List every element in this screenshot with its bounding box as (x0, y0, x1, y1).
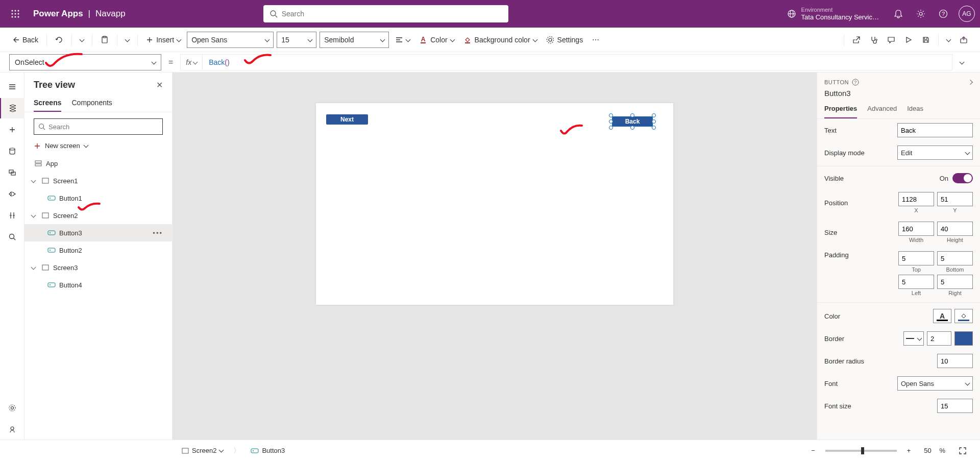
save-button[interactable] (919, 34, 933, 46)
zoom-in-button[interactable]: + (904, 445, 914, 456)
tools-rail-icon[interactable] (0, 205, 24, 226)
font-size-value: 15 (281, 36, 289, 44)
chevron-right-icon[interactable] (968, 81, 974, 84)
data-rail-icon[interactable] (0, 141, 24, 161)
stethoscope-icon (870, 36, 878, 44)
font-size-select[interactable]: 15 (277, 32, 316, 48)
y-sublabel: Y (937, 207, 973, 213)
back-button[interactable]: Back (9, 34, 41, 46)
environment-picker[interactable]: Environment Tata Consultancy Servic… (787, 7, 879, 21)
publish-icon (960, 36, 968, 44)
components-tab[interactable]: Components (71, 94, 112, 112)
app-launcher-icon[interactable] (5, 4, 26, 24)
settings-rail-icon[interactable] (0, 398, 24, 418)
tree-view-icon[interactable] (0, 98, 24, 118)
position-x-input[interactable] (898, 192, 934, 206)
more-options-button[interactable]: ••• (153, 229, 163, 237)
ai-rail-icon[interactable] (0, 419, 24, 440)
paste-button[interactable] (97, 34, 112, 46)
bg-color-button[interactable]: Background color (460, 34, 540, 46)
share-button[interactable] (849, 34, 864, 46)
help-icon[interactable]: ? (933, 4, 953, 24)
chevron-down-icon[interactable] (32, 264, 38, 272)
undo-dropdown[interactable] (77, 34, 87, 46)
fit-screen-button[interactable] (955, 445, 970, 457)
search-input[interactable] (282, 10, 502, 18)
user-avatar[interactable]: AG (959, 6, 975, 22)
fill-color-swatch[interactable] (954, 309, 973, 323)
screens-tab[interactable]: Screens (34, 94, 61, 112)
fontsize-input[interactable] (937, 399, 973, 413)
tree-item-button3[interactable]: Button3 ••• (24, 224, 172, 241)
checker-button[interactable] (867, 34, 881, 46)
border-color-swatch[interactable] (954, 331, 973, 346)
padding-left-input[interactable] (898, 275, 934, 289)
new-screen-button[interactable]: New screen (24, 139, 172, 153)
align-button[interactable] (392, 34, 413, 46)
chevron-down-icon[interactable] (32, 177, 38, 185)
ideas-tab[interactable]: Ideas (907, 102, 923, 118)
settings-button[interactable]: Settings (543, 34, 586, 46)
paste-dropdown[interactable] (122, 34, 132, 46)
formula-input[interactable]: fx Back() (180, 54, 952, 70)
visible-toggle[interactable] (952, 173, 973, 183)
canvas-back-button[interactable]: Back (612, 116, 653, 127)
notifications-icon[interactable] (888, 4, 909, 24)
font-color-button[interactable]: A Color (416, 34, 457, 46)
tree-item-screen3[interactable]: Screen3 (24, 259, 172, 276)
insert-button[interactable]: Insert (143, 34, 184, 46)
properties-tab[interactable]: Properties (824, 102, 857, 118)
save-dropdown[interactable] (944, 34, 953, 46)
padding-top-input[interactable] (898, 251, 934, 265)
padding-right-input[interactable] (937, 275, 973, 289)
display-mode-select[interactable]: Edit (897, 145, 973, 160)
tree-item-button1[interactable]: Button1 (24, 189, 172, 207)
border-style-select[interactable] (903, 331, 924, 346)
position-y-input[interactable] (937, 192, 973, 206)
undo-button[interactable] (52, 34, 66, 46)
insert-rail-icon[interactable] (0, 119, 24, 140)
info-icon[interactable]: ? (852, 79, 859, 86)
hamburger-icon[interactable] (0, 77, 24, 97)
border-width-input[interactable] (927, 331, 951, 346)
svg-text:A: A (421, 36, 426, 43)
height-input[interactable] (937, 222, 973, 236)
canvas-screen[interactable]: Next Back (316, 103, 673, 305)
expand-formula-button[interactable] (952, 58, 971, 66)
media-rail-icon[interactable] (0, 162, 24, 183)
search-rail-icon[interactable] (0, 227, 24, 247)
global-search[interactable] (263, 5, 508, 22)
tree-search[interactable] (34, 118, 163, 135)
settings-icon[interactable] (911, 4, 931, 24)
flows-rail-icon[interactable] (0, 184, 24, 204)
close-tree-button[interactable]: ✕ (156, 80, 163, 90)
publish-button[interactable] (957, 34, 971, 46)
canvas-area[interactable]: Next Back (173, 72, 817, 440)
tree-search-input[interactable] (48, 123, 158, 131)
tree-item-screen2[interactable]: Screen2 (24, 207, 172, 224)
advanced-tab[interactable]: Advanced (867, 102, 897, 118)
zoom-out-button[interactable]: − (808, 445, 818, 456)
width-input[interactable] (898, 222, 934, 236)
canvas-next-button[interactable]: Next (326, 114, 368, 125)
tree-item-app[interactable]: App (24, 155, 172, 172)
breadcrumb-button[interactable]: Button3 (248, 445, 288, 456)
breadcrumb-screen[interactable]: Screen2 (179, 445, 226, 456)
font-select[interactable]: Open Sans (897, 376, 973, 391)
chevron-down-icon[interactable] (32, 212, 38, 220)
tree-item-button2[interactable]: Button2 (24, 241, 172, 259)
env-value: Tata Consultancy Servic… (801, 13, 879, 21)
padding-bottom-input[interactable] (937, 251, 973, 265)
tree-item-screen1[interactable]: Screen1 (24, 172, 172, 189)
font-color-swatch[interactable]: A (933, 309, 951, 323)
tree-item-button4[interactable]: Button4 (24, 276, 172, 294)
font-weight-select[interactable]: Semibold (320, 32, 389, 48)
text-input[interactable] (897, 123, 973, 137)
more-button[interactable]: ⋯ (589, 34, 602, 46)
border-radius-input[interactable] (937, 354, 973, 368)
font-family-select[interactable]: Open Sans (187, 32, 274, 48)
play-button[interactable] (901, 34, 916, 46)
zoom-slider[interactable] (825, 450, 897, 452)
property-select[interactable]: OnSelect (9, 54, 161, 70)
comments-button[interactable] (884, 34, 898, 46)
